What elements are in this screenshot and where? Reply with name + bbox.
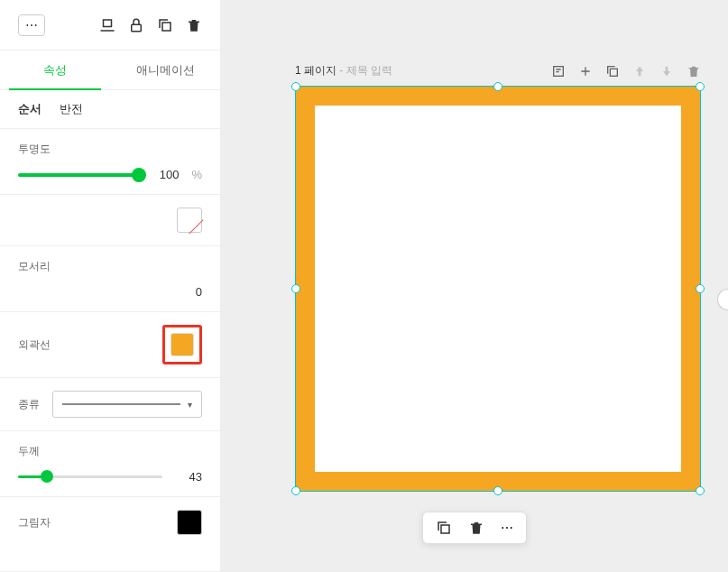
ctx-trash-icon[interactable]: [468, 520, 484, 536]
outline-color-swatch: [170, 333, 194, 356]
svg-rect-1: [132, 24, 142, 32]
svg-rect-0: [104, 20, 112, 27]
tab-animation[interactable]: 애니메이션: [110, 51, 220, 89]
svg-rect-2: [162, 23, 170, 31]
line-type-select[interactable]: ▾: [52, 391, 202, 418]
svg-rect-5: [441, 525, 449, 533]
type-label: 종류: [18, 397, 40, 412]
line-preview: [62, 403, 180, 405]
align-icon[interactable]: [99, 17, 115, 33]
side-panel-toggle[interactable]: [717, 289, 728, 310]
move-down-icon: [659, 64, 674, 78]
thickness-slider[interactable]: [18, 475, 162, 478]
opacity-label: 투명도: [18, 142, 202, 157]
trash-icon[interactable]: [186, 17, 202, 33]
selected-shape[interactable]: [295, 86, 701, 492]
opacity-handle[interactable]: [132, 168, 146, 182]
resize-handle-ml[interactable]: [291, 284, 300, 293]
thickness-label: 두께: [18, 444, 202, 459]
page-title-placeholder[interactable]: - 제목 입력: [339, 64, 392, 77]
resize-handle-br[interactable]: [696, 486, 705, 495]
subtab-flip[interactable]: 반전: [60, 101, 83, 117]
fill-color-none[interactable]: [177, 208, 202, 233]
thickness-handle[interactable]: [41, 470, 53, 483]
resize-handle-bl[interactable]: [291, 486, 300, 495]
move-up-icon: [632, 64, 647, 78]
add-page-icon[interactable]: [578, 64, 593, 78]
resize-handle-tl[interactable]: [291, 82, 300, 91]
thickness-value: 43: [175, 470, 202, 484]
delete-page-icon[interactable]: [687, 64, 701, 78]
page-number: 1 페이지: [295, 64, 336, 77]
duplicate-page-icon[interactable]: [605, 64, 620, 78]
shadow-label: 그림자: [18, 515, 51, 530]
opacity-value: 100: [152, 168, 179, 181]
lock-icon[interactable]: [128, 17, 144, 33]
outline-label: 외곽선: [18, 337, 51, 353]
note-icon[interactable]: [551, 64, 566, 78]
resize-handle-mr[interactable]: [696, 284, 705, 293]
ctx-copy-icon[interactable]: [436, 520, 452, 536]
corner-value: 0: [175, 285, 202, 299]
resize-handle-tm[interactable]: [493, 82, 502, 91]
svg-rect-4: [610, 69, 617, 76]
resize-handle-tr[interactable]: [696, 82, 705, 91]
subtab-order[interactable]: 순서: [18, 101, 41, 117]
corner-label: 모서리: [18, 259, 202, 274]
tab-attributes[interactable]: 속성: [0, 51, 110, 89]
resize-handle-bm[interactable]: [493, 486, 502, 495]
more-button[interactable]: ⋯: [18, 14, 45, 36]
ctx-more-icon[interactable]: ⋯: [501, 520, 513, 536]
opacity-slider[interactable]: [18, 173, 139, 177]
opacity-unit: %: [191, 168, 202, 181]
shadow-color-picker[interactable]: [177, 510, 202, 535]
copy-icon[interactable]: [157, 17, 173, 33]
chevron-down-icon: ▾: [188, 400, 192, 410]
outline-color-picker[interactable]: [162, 325, 202, 364]
context-toolbar: ⋯: [422, 512, 527, 544]
